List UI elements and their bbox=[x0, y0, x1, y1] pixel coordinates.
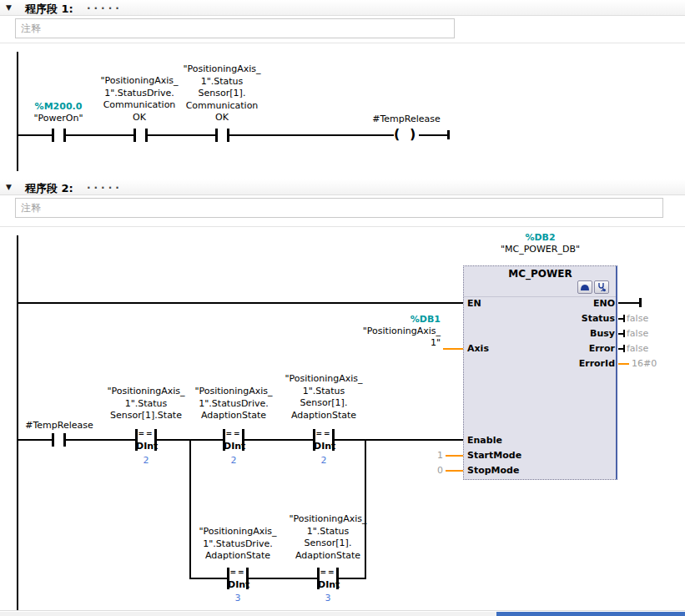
comparator-value[interactable]: 3 bbox=[303, 593, 353, 603]
rung-end-tick bbox=[447, 130, 450, 139]
comparator-value[interactable]: 2 bbox=[121, 455, 171, 466]
comparator-value[interactable]: 3 bbox=[213, 593, 263, 603]
contact-bar[interactable] bbox=[63, 129, 66, 142]
comparator-operand-label[interactable]: "PositioningAxis_ 1".Status Sensor[1]. A… bbox=[278, 513, 378, 562]
busy-monitor-value: false bbox=[627, 328, 648, 339]
block-separator bbox=[464, 296, 616, 297]
stopmode-value[interactable]: 0 bbox=[421, 465, 443, 477]
pin-enable[interactable]: Enable bbox=[467, 435, 502, 446]
monitor-block-button[interactable] bbox=[594, 280, 609, 294]
busy-tick bbox=[623, 330, 625, 337]
comparator-operand-label[interactable]: "PositioningAxis_ 1".Status Sensor[1].St… bbox=[96, 386, 196, 422]
comparator-operand-label[interactable]: "PositioningAxis_ 1".StatusDrive. Adapti… bbox=[184, 386, 284, 422]
contact-bar[interactable] bbox=[227, 129, 229, 142]
stethoscope-icon bbox=[597, 282, 607, 292]
pin-errorid[interactable]: ErrorId bbox=[501, 358, 615, 369]
divider bbox=[0, 610, 685, 611]
error-monitor-value: false bbox=[627, 343, 648, 354]
branch-rung-line bbox=[189, 578, 366, 579]
startmode-value[interactable]: 1 bbox=[421, 450, 443, 462]
contact-bar[interactable] bbox=[133, 129, 136, 142]
network-1-title: 程序段 1: bbox=[25, 2, 73, 17]
coil-symbol[interactable]: ) bbox=[410, 126, 416, 142]
coil-operand-label[interactable]: #TempRelease bbox=[356, 114, 456, 126]
block-db-name[interactable]: "MC_POWER_DB" bbox=[465, 244, 616, 256]
scrollbar-thumb[interactable] bbox=[496, 612, 685, 616]
contact-gap bbox=[218, 132, 227, 139]
contact-gap bbox=[136, 132, 145, 139]
pin-busy[interactable]: Busy bbox=[501, 328, 615, 339]
collapse-triangle-icon[interactable]: ▼ bbox=[6, 3, 12, 12]
errorid-line bbox=[618, 363, 629, 365]
block-db-address[interactable]: %DB2 bbox=[465, 232, 616, 245]
coil-symbol[interactable]: ( bbox=[394, 126, 400, 142]
network-1-dots[interactable]: ..... bbox=[87, 0, 123, 12]
axis-db-address[interactable]: %DB1 bbox=[334, 314, 441, 326]
contact-bar[interactable] bbox=[215, 129, 218, 142]
comparator-type[interactable]: DInt bbox=[136, 441, 156, 452]
network-2-title: 程序段 2: bbox=[25, 181, 73, 196]
comparator-value[interactable]: 2 bbox=[299, 455, 349, 466]
eno-end-tick bbox=[639, 298, 642, 307]
pin-en[interactable]: EN bbox=[467, 298, 481, 309]
rung-line bbox=[17, 134, 450, 136]
contact-operand-label[interactable]: "PositioningAxis_ 1".Status Sensor[1]. C… bbox=[171, 63, 273, 124]
pin-eno[interactable]: ENO bbox=[501, 298, 615, 309]
contact-gap bbox=[54, 132, 63, 139]
contact-bar[interactable] bbox=[52, 129, 54, 142]
stopmode-param-line bbox=[446, 470, 463, 472]
comparator-op: == bbox=[138, 429, 154, 437]
network-2-comment-input[interactable]: 注释 bbox=[15, 198, 663, 218]
comparator-op: == bbox=[320, 568, 336, 576]
divider bbox=[0, 43, 685, 43]
axis-operand-line2[interactable]: 1" bbox=[334, 337, 441, 349]
block-open-icon bbox=[580, 283, 590, 291]
comparator-operand-label[interactable]: "PositioningAxis_ 1".Status Sensor[1]. A… bbox=[274, 373, 374, 422]
contact-bar[interactable] bbox=[63, 433, 66, 447]
axis-param-line bbox=[443, 348, 463, 350]
eno-line bbox=[618, 302, 641, 304]
contact-bar[interactable] bbox=[52, 433, 54, 447]
startmode-param-line bbox=[446, 455, 463, 457]
comparator-type[interactable]: DInt bbox=[224, 441, 244, 452]
pin-stopmode[interactable]: StopMode bbox=[467, 465, 519, 476]
network-2-dots[interactable]: ..... bbox=[87, 179, 123, 191]
status-tick bbox=[623, 315, 625, 322]
comparator-type[interactable]: DInt bbox=[314, 441, 334, 452]
pin-error[interactable]: Error bbox=[501, 343, 615, 354]
comparator-operand-label[interactable]: "PositioningAxis_ 1".StatusDrive. Adapti… bbox=[188, 526, 288, 563]
comparator-value[interactable]: 2 bbox=[209, 455, 259, 466]
comparator-type[interactable]: DInt bbox=[228, 579, 248, 590]
status-monitor-value: false bbox=[627, 313, 648, 324]
comparator-op: == bbox=[315, 429, 332, 437]
contact-gap bbox=[54, 437, 63, 443]
contact-bar[interactable] bbox=[145, 129, 148, 142]
comparator-op: == bbox=[229, 568, 246, 576]
comparator-op: == bbox=[225, 429, 242, 437]
block-title: MC_POWER bbox=[463, 268, 617, 280]
pin-startmode[interactable]: StartMode bbox=[467, 450, 521, 461]
network-1-comment-input[interactable]: 注释 bbox=[15, 18, 455, 38]
axis-operand-line1[interactable]: "PositioningAxis_ bbox=[334, 326, 441, 337]
network-1-header[interactable]: ▼ 程序段 1: ..... bbox=[0, 0, 685, 16]
pin-status[interactable]: Status bbox=[501, 313, 615, 324]
lad-editor: ▼ 程序段 1: ..... 注释 ( ) %M200.0 "PowerOn" … bbox=[0, 0, 685, 616]
divider bbox=[0, 226, 685, 227]
collapse-triangle-icon[interactable]: ▼ bbox=[6, 183, 12, 191]
contact-operand-label[interactable]: #TempRelease bbox=[8, 420, 110, 432]
error-tick bbox=[623, 345, 625, 352]
comparator-type[interactable]: DInt bbox=[318, 579, 338, 590]
network-2-header[interactable]: ▼ 程序段 2: ..... bbox=[0, 179, 685, 195]
open-block-button[interactable] bbox=[577, 280, 592, 294]
pin-axis[interactable]: Axis bbox=[467, 343, 489, 354]
en-rung-line bbox=[17, 302, 463, 304]
errorid-monitor-value: 16#0 bbox=[632, 358, 657, 369]
